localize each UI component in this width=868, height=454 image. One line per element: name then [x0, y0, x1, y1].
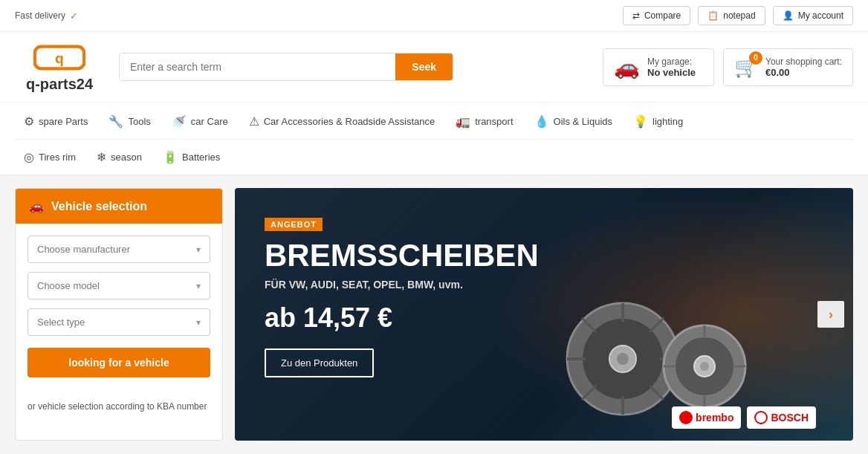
vehicle-search-button[interactable]: looking for a vehicle	[27, 348, 210, 377]
nav-item-car-accessories-&-roadside-assistance[interactable]: ⚠Car Accessories & Roadside Assistance	[240, 110, 444, 133]
nav-icon: 💡	[633, 114, 648, 129]
sidebar-header: 🚗 Vehicle selection	[16, 189, 222, 224]
top-bar-right: ⇄ Compare 📋 notepad 👤 My account	[623, 6, 853, 25]
top-bar: Fast delivery ✓ ⇄ Compare 📋 notepad 👤 My…	[0, 0, 868, 32]
logo-svg: q	[33, 41, 85, 74]
nav-icon: ❄	[97, 150, 106, 164]
chevron-down-icon-model: ▾	[196, 281, 201, 291]
search-input[interactable]	[120, 53, 395, 80]
compare-button[interactable]: ⇄ Compare	[623, 6, 690, 25]
cart-box[interactable]: 🛒 0 Your shopping cart: €0.00	[723, 48, 853, 86]
cart-icon-wrap: 🛒 0	[734, 56, 758, 79]
manufacturer-label: Choose manufacturer	[37, 244, 130, 255]
banner-tag: ANGEBOT	[265, 218, 323, 231]
type-label: Select type	[37, 317, 85, 328]
car-icon: 🚗	[614, 55, 640, 80]
logo-text: q-parts24	[26, 76, 93, 93]
search-button[interactable]: Seek	[395, 53, 453, 80]
banner: ANGEBOT BREMSSCHEIBEN FÜR VW, AUDI, SEAT…	[235, 188, 853, 441]
nav-icon: 🚿	[172, 114, 187, 129]
checkmark-icon: ✓	[70, 10, 78, 22]
nav-item-season[interactable]: ❄season	[88, 146, 151, 169]
garage-text: My garage: No vehicle	[647, 56, 696, 78]
nav-icon: 💧	[534, 114, 549, 129]
nav-item-batteries[interactable]: 🔋Batteries	[154, 146, 229, 169]
notepad-icon: 📋	[707, 10, 719, 21]
cart-text: Your shopping cart: €0.00	[765, 56, 842, 78]
model-select[interactable]: Choose model ▾	[27, 272, 210, 299]
sidebar-body: Choose manufacturer ▾ Choose model ▾ Sel…	[16, 224, 222, 401]
svg-point-17	[700, 362, 709, 371]
banner-title: BREMSSCHEIBEN	[265, 239, 539, 273]
top-bar-left: Fast delivery ✓	[15, 10, 78, 22]
nav-item-lighting[interactable]: 💡lighting	[624, 110, 692, 133]
account-icon: 👤	[783, 10, 794, 21]
nav-item-tools[interactable]: 🔧Tools	[100, 110, 159, 133]
brake-disc-small	[660, 322, 749, 411]
nav-top: ⚙spare Parts🔧Tools🚿car Care⚠Car Accessor…	[15, 103, 853, 140]
nav-bottom: ◎Tires rim❄season🔋Batteries	[15, 140, 853, 175]
compare-icon: ⇄	[632, 10, 640, 21]
chevron-down-icon: ▾	[196, 244, 201, 255]
main-content: 🚗 Vehicle selection Choose manufacturer …	[0, 176, 868, 453]
nav-item-transport[interactable]: 🚛transport	[447, 110, 522, 133]
nav-item-spare-parts[interactable]: ⚙spare Parts	[15, 110, 97, 133]
brembo-logo: brembo	[672, 406, 741, 429]
nav-icon: 🔋	[163, 150, 178, 164]
nav-icon: ⚙	[24, 114, 34, 129]
nav-item-oils-&-liquids[interactable]: 💧Oils & Liquids	[525, 110, 621, 133]
nav-icon: 🚛	[456, 114, 470, 129]
sidebar: 🚗 Vehicle selection Choose manufacturer …	[15, 188, 223, 441]
banner-subtitle: FÜR VW, AUDI, SEAT, OPEL, BMW, uvm.	[265, 279, 539, 291]
footer-text: or vehicle selection according to KBA nu…	[27, 401, 207, 412]
navigation: ⚙spare Parts🔧Tools🚿car Care⚠Car Accessor…	[0, 103, 868, 176]
bosch-icon	[754, 411, 768, 424]
brake-discs	[563, 299, 749, 418]
nav-icon: ⚠	[249, 114, 259, 129]
svg-point-5	[617, 353, 629, 365]
banner-content: ANGEBOT BREMSSCHEIBEN FÜR VW, AUDI, SEAT…	[265, 218, 539, 377]
svg-text:q: q	[55, 51, 64, 66]
bosch-logo: BOSCH	[747, 406, 816, 429]
sidebar-footer: or vehicle selection according to KBA nu…	[16, 401, 222, 424]
brand-logos: brembo BOSCH	[672, 406, 816, 429]
nav-icon: ◎	[24, 150, 34, 164]
model-label: Choose model	[37, 280, 100, 291]
nav-item-tires-rim[interactable]: ◎Tires rim	[15, 146, 85, 169]
header-actions: 🚗 My garage: No vehicle 🛒 0 Your shoppin…	[603, 48, 853, 86]
brembo-circle	[679, 411, 693, 424]
search-bar: Seek	[119, 53, 453, 81]
account-button[interactable]: 👤 My account	[773, 6, 853, 25]
cart-badge: 0	[749, 51, 762, 65]
type-select[interactable]: Select type ▾	[27, 308, 210, 336]
nav-item-car-care[interactable]: 🚿car Care	[163, 110, 237, 133]
nav-icon: 🔧	[108, 114, 123, 129]
banner-price: ab 14,57 €	[265, 302, 539, 334]
chevron-down-icon-type: ▾	[196, 317, 201, 328]
fast-delivery-label: Fast delivery	[15, 10, 65, 21]
garage-box[interactable]: 🚗 My garage: No vehicle	[603, 48, 714, 86]
logo[interactable]: q q-parts24	[15, 41, 104, 93]
header: q q-parts24 Seek 🚗 My garage: No vehicle…	[0, 32, 868, 103]
banner-cta-button[interactable]: Zu den Produkten	[265, 348, 374, 377]
manufacturer-select[interactable]: Choose manufacturer ▾	[27, 236, 210, 263]
notepad-button[interactable]: 📋 notepad	[698, 6, 765, 25]
next-slide-button[interactable]: ›	[817, 301, 844, 328]
car-sidebar-icon: 🚗	[29, 199, 44, 213]
sidebar-title: Vehicle selection	[51, 200, 147, 213]
